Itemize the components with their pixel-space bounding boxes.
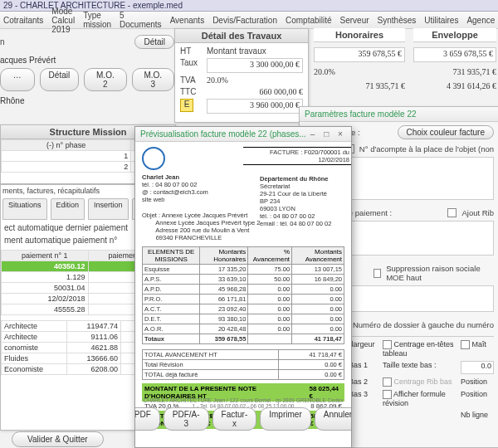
menu-devis[interactable]: Devis/Facturation (212, 16, 277, 25)
numdos-label: Numéro de dossier à gauche du numéro (353, 320, 494, 329)
ta2v: 0.00 € (279, 370, 344, 380)
pay-r1c0[interactable]: 1.129 (2, 272, 89, 283)
ta1v: 0.00 € (279, 360, 344, 370)
env-v1: 3 659 678,55 € (413, 47, 496, 62)
lbl-pos2: Position (461, 390, 494, 407)
role-r1c0[interactable]: Architecte (2, 332, 67, 343)
close-icon[interactable]: × (334, 129, 346, 139)
menu-utilitaires[interactable]: Utilitaires (424, 16, 458, 25)
imprimer-button[interactable]: Imprimer (260, 407, 310, 431)
tab-insertion[interactable]: Insertion (88, 198, 129, 220)
rib-checkbox[interactable] (447, 208, 456, 217)
role-r0c0[interactable]: Architecte (2, 321, 67, 332)
valider-button[interactable]: Valider & Quitter (12, 431, 104, 447)
pdf-button[interactable]: PDF (135, 407, 160, 431)
menu-compta[interactable]: Comptabilité (286, 16, 332, 25)
objet-1: Annexe Lycée Jacques Prévért type 2 (155, 219, 260, 226)
logo-icon (142, 147, 165, 170)
lbl-pos1: Position (461, 377, 494, 387)
ft-tot0: Totaux (143, 334, 200, 344)
dest-6: email : tél. 04 80 07 00 02 (260, 220, 331, 227)
chk-centretete[interactable] (383, 340, 392, 349)
lbl-crib: Centrage Rib bas (394, 377, 452, 386)
role-r0c1[interactable]: 11947.74 (66, 321, 120, 332)
ft-r2c0: A.P.D. (143, 285, 200, 295)
mo3-button[interactable]: M.O. 3 (132, 68, 174, 91)
ft-r3c0: P.R.O. (143, 295, 200, 304)
travaux-title: Détail des Travaux (175, 29, 308, 43)
ft-r5c0: D.E.T. (143, 314, 200, 324)
hono-pct: 20.0% (314, 67, 405, 76)
preview-titlebar[interactable]: Prévisualisation facture modèle 22 (phas… (135, 127, 351, 142)
tab-edition[interactable]: Edition (51, 198, 85, 220)
minimize-icon[interactable]: – (306, 129, 318, 139)
taille-field[interactable]: 0.0 (461, 361, 494, 374)
lbl-mait: Maît (472, 340, 487, 348)
ft-r0c0: Esquisse (143, 265, 200, 275)
menu-modecalcul[interactable]: Mode Calcul 2019 (51, 7, 75, 34)
role-r3c0[interactable]: Fluides (2, 353, 67, 364)
ft-tot1: 359 678,55 (200, 334, 248, 344)
menubar: Cotraitants Mode Calcul 2019 Type missio… (0, 12, 498, 29)
detail2-button[interactable]: Détail (40, 68, 80, 91)
dest-4: 69003 LYON (260, 205, 295, 212)
objet-0: Annexe Lycée Jacques Prévért (162, 212, 248, 219)
chk-crib[interactable] (383, 377, 392, 387)
maximize-icon[interactable]: □ (320, 129, 332, 139)
pay-r2c0[interactable]: 50031.04 (2, 283, 89, 294)
annuler-button[interactable]: Annuler (315, 407, 351, 431)
structure-col1[interactable]: (-) n° phase (2, 140, 131, 151)
rhone-label: Rhône (0, 96, 174, 105)
ft-r2c3: 0.00 (292, 285, 344, 295)
rib-label: Ajout Rib (461, 208, 494, 217)
ft-r4c2: 0.00 (248, 304, 292, 314)
env-v2: 731 935,71 € (413, 67, 496, 76)
dots-button[interactable]: … (0, 68, 35, 91)
chk-aff[interactable] (383, 390, 392, 399)
role-r2c1[interactable]: 4621.88 (66, 343, 120, 353)
menu-documents[interactable]: 5 Documents (120, 11, 162, 29)
ft-r1c2: 50.00 (248, 275, 292, 285)
env-title: Enveloppe (413, 28, 496, 42)
tva-label: TVA (180, 75, 203, 85)
role-r4c0[interactable]: Economiste (2, 364, 67, 375)
taux-value: 20.0% (207, 75, 303, 85)
ft-r3c1: 66 171,81 (200, 295, 248, 304)
detail-button[interactable]: Détail (134, 35, 174, 49)
menu-syntheses[interactable]: Synthèses (378, 16, 417, 25)
fth2: % Avancement (248, 247, 292, 265)
ft-r5c1: 93 380,10 (200, 314, 248, 324)
menu-typemission[interactable]: Type mission (83, 11, 111, 29)
role-r2c0[interactable]: conomiste (2, 343, 67, 353)
ft-r1c0: A.P.S. (143, 275, 200, 285)
company-email: @ : contact@eich3.com (142, 188, 208, 196)
pdfa3-button[interactable]: PDF/A-3 (164, 407, 209, 431)
lbl-centretete: Centrage en-têtes tableau (383, 340, 454, 358)
tab-situations[interactable]: Situations (2, 198, 47, 220)
pay-r0c0[interactable]: 40350.12 (2, 261, 89, 272)
supp-checkbox[interactable] (374, 269, 381, 278)
montant-label: Montant travaux (207, 46, 303, 56)
mo2-button[interactable]: M.O. 2 (84, 68, 126, 91)
menu-serveur[interactable]: Serveur (340, 16, 369, 25)
chk-mait[interactable] (461, 340, 470, 349)
facturx-button[interactable]: Factur-x (212, 407, 257, 431)
choix-couleur-button[interactable]: Choix couleur facture (398, 125, 495, 139)
role-r4c1[interactable]: 6208.00 (66, 364, 120, 375)
e-badge[interactable]: E (180, 99, 193, 112)
menu-avenants[interactable]: Avenants (170, 16, 205, 25)
role-r1c1[interactable]: 9111.06 (66, 332, 120, 343)
pay-col1: paiement n° 1 (2, 251, 89, 261)
pay-r3c0[interactable]: 12/02/2018 (2, 294, 89, 304)
menu-cotraitants[interactable]: Cotraitants (3, 16, 43, 25)
pay-r4c0[interactable]: 45555.28 (2, 304, 89, 315)
company-web: site web (142, 196, 165, 203)
tab-recap[interactable]: ments, factures, récapitulatifs (2, 187, 100, 195)
role-r3c1[interactable]: 13666.60 (66, 353, 120, 364)
structure-row1[interactable]: 1 (2, 151, 131, 162)
company-tel: tél. : 04 80 07 00 02 (142, 181, 197, 188)
menu-agence[interactable]: Agence (466, 16, 495, 25)
projet-name: acques Prévért (0, 56, 174, 65)
ft-r6c2: 0.00 (248, 324, 292, 334)
structure-row2[interactable]: 2 (2, 162, 131, 173)
